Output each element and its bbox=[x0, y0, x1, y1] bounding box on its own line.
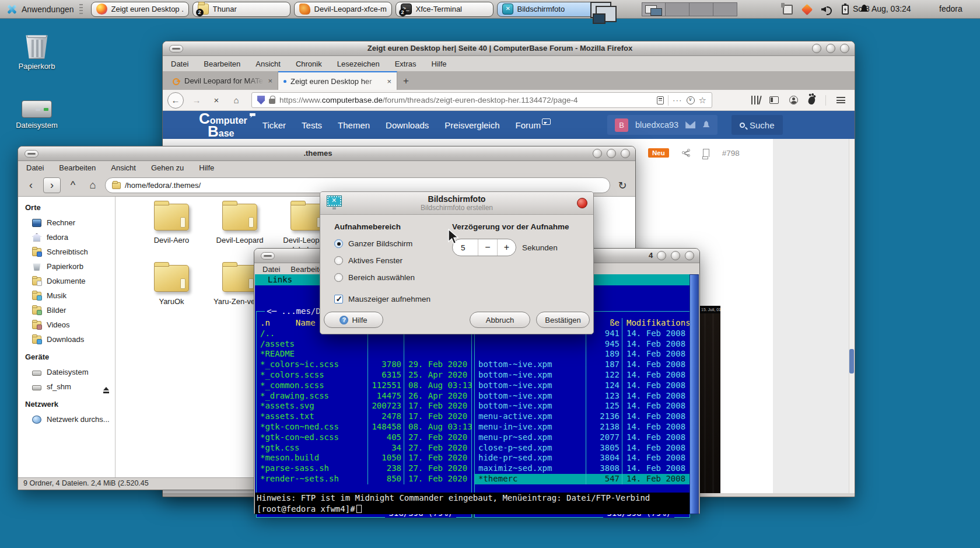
nav-link[interactable]: Ticker bbox=[262, 120, 286, 130]
shell-prompt[interactable]: [root@fedora xfwm4]# bbox=[255, 504, 691, 514]
bookmark-icon[interactable] bbox=[703, 149, 709, 157]
workspace-1[interactable] bbox=[642, 2, 666, 16]
help-button[interactable]: ? Hilfe bbox=[324, 312, 383, 328]
url-text[interactable]: https://www.computerbase.de/forum/thread… bbox=[279, 96, 653, 104]
capture-option[interactable]: Aktives Fenster bbox=[334, 256, 430, 265]
file-row[interactable]: *_common.scss 112551 08. Aug 03:13 bbox=[257, 381, 471, 391]
minimize-button[interactable] bbox=[657, 251, 666, 260]
file-row[interactable]: 189 14. Feb 2008 bbox=[475, 349, 690, 359]
taskbar-button[interactable]: Devil-Leopard-xfce-m... bbox=[294, 2, 392, 17]
file-row[interactable]: *render-~sets.sh 850 17. Feb 2020 bbox=[257, 474, 471, 484]
close-button[interactable] bbox=[685, 251, 694, 260]
nav-link[interactable]: Tests bbox=[302, 120, 322, 130]
menu-item[interactable]: Bearbeiten bbox=[204, 60, 240, 68]
sidebar-item[interactable]: Downloads bbox=[24, 332, 115, 347]
sidebar-item[interactable]: Dokumente bbox=[24, 274, 115, 288]
desktop-icon-trash[interactable]: Papierkorb bbox=[10, 32, 63, 71]
folder-item[interactable]: Devil-Aero bbox=[138, 204, 205, 245]
file-row[interactable]: menu-pr~sed.xpm 2077 14. Feb 2008 bbox=[475, 432, 690, 443]
back-button[interactable] bbox=[23, 179, 38, 191]
maximize-button[interactable] bbox=[826, 44, 835, 53]
home-button[interactable] bbox=[229, 95, 243, 105]
search-button[interactable]: Suche bbox=[732, 115, 783, 135]
battery-icon[interactable] bbox=[842, 5, 849, 15]
gnome-extension-icon[interactable] bbox=[807, 95, 816, 105]
taskbar-button[interactable]: 2 Xfce-Terminal bbox=[396, 2, 494, 17]
menu-item[interactable]: Hilfe bbox=[199, 163, 214, 172]
username[interactable]: bluedxca93 bbox=[635, 120, 678, 130]
home-button[interactable] bbox=[85, 179, 100, 191]
eject-icon[interactable] bbox=[103, 384, 109, 390]
file-row[interactable]: *parse-sass.sh 238 27. Feb 2020 bbox=[257, 463, 471, 474]
file-row[interactable]: maximiz~sed.xpm 3808 14. Feb 2008 bbox=[475, 463, 690, 474]
taskbar-button[interactable]: Bildschirmfoto bbox=[497, 2, 595, 17]
file-row[interactable]: bottom-~ive.xpm 123 14. Feb 2008 bbox=[475, 391, 690, 402]
file-row[interactable]: *_colors.scss 6315 25. Apr 2020 bbox=[257, 370, 471, 381]
account-icon[interactable] bbox=[789, 96, 798, 104]
sidebar-item[interactable]: sf_shm bbox=[24, 379, 115, 394]
updates-gem-icon[interactable] bbox=[802, 4, 813, 15]
nav-link[interactable]: Forum bbox=[516, 120, 541, 130]
path-bar[interactable]: /home/fedora/.themes/ bbox=[105, 177, 610, 193]
page-actions-icon[interactable] bbox=[673, 96, 682, 104]
radio-button[interactable] bbox=[334, 239, 343, 248]
up-button[interactable] bbox=[65, 179, 80, 191]
mc-left-panel[interactable]: <─ ...mes/D .nName /.. /assets bbox=[256, 311, 472, 518]
volume-icon[interactable] bbox=[821, 5, 831, 15]
desktop-icon-filesystem[interactable]: Dateisystem bbox=[10, 100, 63, 130]
back-button[interactable] bbox=[167, 92, 184, 109]
checkbox-checked[interactable] bbox=[334, 295, 343, 303]
workspace-3[interactable] bbox=[690, 2, 713, 16]
file-row[interactable]: bottom-~ive.xpm 124 14. Feb 2008 bbox=[475, 381, 690, 391]
mc-menu-links[interactable]: Links bbox=[268, 275, 292, 284]
menu-item[interactable]: Ansicht bbox=[256, 60, 281, 68]
menu-item[interactable]: Chronik bbox=[296, 60, 322, 68]
file-row[interactable]: *assets.svg 200723 17. Feb 2020 bbox=[257, 401, 471, 411]
radio-button[interactable] bbox=[334, 256, 343, 265]
folder-item[interactable]: YaruOk bbox=[138, 265, 205, 306]
thunar-titlebar[interactable]: .themes bbox=[18, 146, 635, 161]
new-tab-button[interactable] bbox=[403, 75, 409, 87]
file-row[interactable]: bottom-~ive.xpm 122 14. Feb 2008 bbox=[475, 370, 690, 381]
hamburger-menu-icon[interactable] bbox=[836, 97, 845, 103]
nav-link[interactable]: Preisvergleich bbox=[444, 120, 499, 130]
reader-mode-icon[interactable] bbox=[657, 96, 664, 104]
sidebar-item[interactable]: Dateisystem bbox=[24, 365, 115, 379]
file-row[interactable]: *_drawing.scss 14475 26. Apr 2020 bbox=[257, 391, 471, 402]
menu-item[interactable]: Bearbeiten bbox=[59, 163, 96, 172]
sidebar-item[interactable]: Schreibtisch bbox=[24, 245, 115, 259]
user-menu[interactable]: fedora bbox=[939, 4, 963, 13]
file-row[interactable]: close-p~sed.xpm 3805 14. Feb 2008 bbox=[475, 443, 690, 453]
avatar[interactable]: B bbox=[615, 118, 628, 132]
shade-button[interactable] bbox=[24, 150, 38, 158]
menu-item[interactable]: Lesezeichen bbox=[337, 60, 380, 68]
file-row[interactable]: menu-active.xpm 2136 14. Feb 2008 bbox=[475, 411, 690, 422]
menu-item[interactable]: Hilfe bbox=[432, 60, 447, 68]
post-number[interactable]: #798 bbox=[722, 149, 740, 158]
applications-menu[interactable]: Anwendungen bbox=[0, 0, 89, 18]
cancel-button[interactable]: Abbruch bbox=[470, 312, 530, 328]
capture-option[interactable]: Ganzer Bildschirm bbox=[334, 239, 430, 248]
confirm-button[interactable]: Bestätigen bbox=[536, 312, 590, 328]
menu-item[interactable]: Datei bbox=[26, 163, 44, 172]
close-button[interactable] bbox=[621, 149, 630, 158]
file-row[interactable]: bottom-~ive.xpm 125 14. Feb 2008 bbox=[475, 401, 690, 411]
shade-button[interactable] bbox=[169, 45, 183, 53]
share-icon[interactable] bbox=[682, 149, 690, 157]
mc-right-panel[interactable]: pard/xfwm4─.[^]>┐ ße Modifikations 941 1… bbox=[474, 311, 690, 518]
taskbar-button[interactable]: 2 Thunar bbox=[192, 2, 290, 17]
network-icon[interactable] bbox=[783, 5, 793, 15]
minimize-button[interactable] bbox=[593, 149, 602, 158]
menu-item[interactable]: Ansicht bbox=[111, 163, 136, 172]
library-icon[interactable] bbox=[751, 96, 759, 104]
forward-button[interactable] bbox=[190, 95, 204, 105]
sidebar-item[interactable]: fedora bbox=[24, 230, 115, 245]
delay-spinner[interactable]: 5 bbox=[452, 239, 516, 256]
stop-button[interactable] bbox=[209, 95, 223, 105]
url-bar[interactable]: https://www.computerbase.de/forum/thread… bbox=[251, 92, 712, 108]
radio-button[interactable] bbox=[334, 273, 343, 282]
capture-pointer-option[interactable]: Mauszeiger aufnehmen bbox=[334, 295, 430, 303]
dialog-header[interactable]: Bildschirmfoto Bildschirmfoto erstellen bbox=[320, 192, 593, 215]
workspace-switcher[interactable] bbox=[642, 2, 737, 16]
sidebar-item[interactable]: Papierkorb bbox=[24, 259, 115, 274]
